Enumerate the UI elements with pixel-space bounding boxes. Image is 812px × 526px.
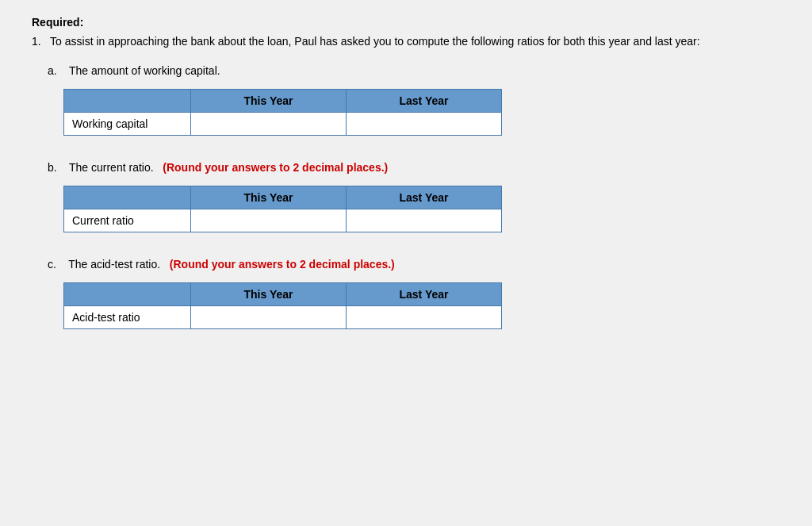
header-empty-b	[64, 186, 191, 209]
header-this-year-b: This Year	[191, 186, 347, 209]
header-last-year-a: Last Year	[347, 90, 502, 113]
working-capital-this-year-cell[interactable]	[191, 113, 347, 136]
acid-test-ratio-last-year-input[interactable]	[354, 311, 493, 324]
section-a: a. The amount of working capital. This Y…	[48, 63, 780, 136]
current-ratio-table: This Year Last Year Current ratio	[63, 186, 502, 232]
acid-test-ratio-this-year-cell[interactable]	[191, 306, 347, 329]
section-b-letter: b.	[48, 161, 57, 174]
header-last-year-c: Last Year	[347, 283, 502, 306]
section-c-label: c. The acid-test ratio. (Round your answ…	[48, 256, 780, 273]
section-b: b. The current ratio. (Round your answer…	[48, 159, 780, 232]
main-container: Required: 1. To assist in approaching th…	[32, 16, 780, 329]
section-b-label: b. The current ratio. (Round your answer…	[48, 159, 780, 176]
current-ratio-this-year-input[interactable]	[199, 214, 338, 227]
working-capital-last-year-input[interactable]	[354, 117, 493, 130]
section-a-letter: a.	[48, 64, 57, 77]
section-c-letter: c.	[48, 258, 56, 271]
required-label: Required:	[32, 16, 780, 29]
current-ratio-this-year-cell[interactable]	[191, 209, 347, 232]
header-this-year-c: This Year	[191, 283, 347, 306]
header-this-year-a: This Year	[191, 90, 347, 113]
section-a-description: The amount of working capital.	[69, 64, 220, 77]
working-capital-this-year-input[interactable]	[199, 117, 338, 130]
question-number: 1.	[32, 35, 47, 48]
acid-test-ratio-table: This Year Last Year Acid-test ratio	[63, 282, 502, 329]
section-c: c. The acid-test ratio. (Round your answ…	[48, 256, 780, 329]
header-empty-a	[64, 90, 191, 113]
current-ratio-label: Current ratio	[64, 209, 191, 232]
section-c-description: The acid-test ratio.	[68, 258, 160, 271]
working-capital-label: Working capital	[64, 113, 191, 136]
section-b-description: The current ratio.	[69, 161, 154, 174]
working-capital-last-year-cell[interactable]	[347, 113, 502, 136]
section-a-label: a. The amount of working capital.	[48, 63, 780, 79]
header-empty-c	[64, 283, 191, 306]
working-capital-table: This Year Last Year Working capital	[63, 89, 502, 136]
current-ratio-last-year-input[interactable]	[354, 214, 493, 227]
acid-test-ratio-last-year-cell[interactable]	[347, 306, 502, 329]
section-b-round-note: (Round your answers to 2 decimal places.…	[163, 161, 388, 174]
header-last-year-b: Last Year	[347, 186, 502, 209]
question-body: To assist in approaching the bank about …	[50, 35, 700, 48]
question-text: 1. To assist in approaching the bank abo…	[32, 33, 780, 50]
acid-test-ratio-label: Acid-test ratio	[64, 306, 191, 329]
acid-test-ratio-this-year-input[interactable]	[199, 311, 338, 324]
section-c-round-note: (Round your answers to 2 decimal places.…	[170, 258, 395, 271]
current-ratio-last-year-cell[interactable]	[347, 209, 502, 232]
